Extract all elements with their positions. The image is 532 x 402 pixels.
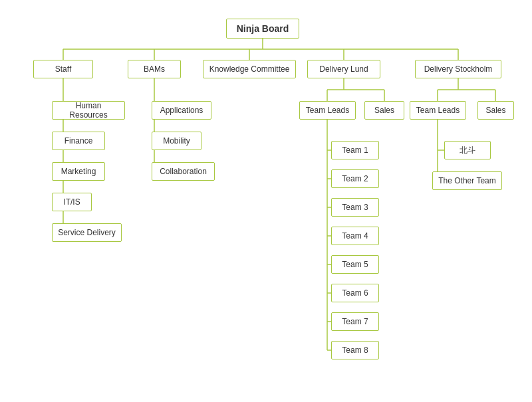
finance-node: Finance	[52, 132, 105, 150]
team3-node: Team 3	[331, 198, 379, 217]
mobility-node: Mobility	[152, 132, 201, 150]
marketing-node: Marketing	[52, 162, 105, 181]
ds-team-leads-node: Team Leads	[410, 101, 466, 120]
team4-node: Team 4	[331, 227, 379, 245]
knowledge-committee-node: Knowledge Committee	[203, 60, 296, 78]
team1-node: Team 1	[331, 141, 379, 159]
team8-node: Team 8	[331, 341, 379, 359]
other-team-node: The Other Team	[432, 171, 502, 190]
delivery-stockholm-node: Delivery Stockholm	[415, 60, 501, 78]
delivery-lund-node: Delivery Lund	[307, 60, 380, 78]
ninja-board-node: Ninja Board	[226, 19, 299, 39]
bams-node: BAMs	[128, 60, 181, 78]
service-delivery-node: Service Delivery	[52, 223, 122, 242]
team2-node: Team 2	[331, 169, 379, 188]
human-resources-node: Human Resources	[52, 101, 125, 120]
staff-node: Staff	[33, 60, 93, 78]
collaboration-node: Collaboration	[152, 162, 215, 181]
team7-node: Team 7	[331, 312, 379, 331]
team6-node: Team 6	[331, 284, 379, 302]
applications-node: Applications	[152, 101, 211, 120]
ds-sales-node: Sales	[477, 101, 514, 120]
org-chart: Ninja Board Staff BAMs Knowledge Committ…	[0, 0, 532, 402]
dl-sales-node: Sales	[364, 101, 404, 120]
it-is-node: IT/IS	[52, 193, 92, 211]
hokuto-node: 北斗	[444, 141, 491, 159]
team5-node: Team 5	[331, 255, 379, 274]
dl-team-leads-node: Team Leads	[299, 101, 356, 120]
